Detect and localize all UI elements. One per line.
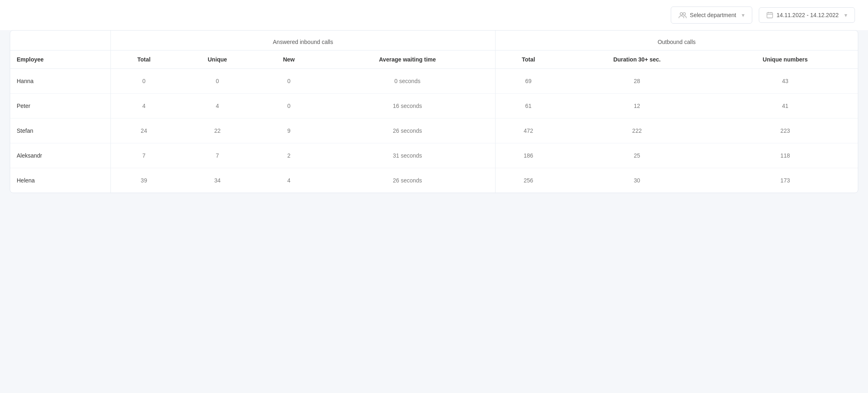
cell-new: 0 — [258, 94, 320, 119]
cell-unique-numbers: 41 — [713, 94, 858, 119]
svg-rect-2 — [767, 13, 773, 18]
svg-point-0 — [680, 13, 683, 15]
top-bar: Select department ▾ 14.11.2022 - 14.12.2… — [0, 0, 868, 30]
group-header-inbound: Answered inbound calls — [111, 31, 495, 50]
cell-total-in: 24 — [111, 119, 177, 143]
svg-point-1 — [683, 13, 685, 15]
table-row: Helena3934426 seconds25630173 — [10, 168, 858, 193]
date-range-label: 14.11.2022 - 14.12.2022 — [776, 12, 839, 18]
cell-duration: 28 — [562, 69, 713, 94]
department-chevron: ▾ — [742, 12, 745, 18]
cell-total-in: 7 — [111, 143, 177, 168]
employee-stats-table: Answered inbound calls Outbound calls Em… — [10, 31, 858, 193]
department-filter[interactable]: Select department ▾ — [671, 7, 753, 24]
cell-unique: 34 — [177, 168, 258, 193]
table-row: Aleksandr77231 seconds18625118 — [10, 143, 858, 168]
col-total-in: Total — [111, 50, 177, 69]
cell-duration: 30 — [562, 168, 713, 193]
cell-avg-wait: 26 seconds — [320, 168, 495, 193]
table-row: Peter44016 seconds611241 — [10, 94, 858, 119]
cell-employee: Peter — [10, 94, 111, 119]
cell-unique-numbers: 173 — [713, 168, 858, 193]
cell-employee: Helena — [10, 168, 111, 193]
cell-total-in: 0 — [111, 69, 177, 94]
cell-avg-wait: 16 seconds — [320, 94, 495, 119]
cell-unique-numbers: 43 — [713, 69, 858, 94]
col-duration: Duration 30+ sec. — [562, 50, 713, 69]
calendar-icon — [767, 12, 773, 18]
table-row: Stefan2422926 seconds472222223 — [10, 119, 858, 143]
cell-avg-wait: 0 seconds — [320, 69, 495, 94]
cell-total-out: 69 — [495, 69, 561, 94]
cell-new: 4 — [258, 168, 320, 193]
cell-total-in: 39 — [111, 168, 177, 193]
cell-avg-wait: 31 seconds — [320, 143, 495, 168]
department-icon — [679, 11, 687, 19]
cell-unique: 22 — [177, 119, 258, 143]
cell-new: 0 — [258, 69, 320, 94]
date-range-chevron: ▾ — [844, 12, 847, 18]
cell-total-out: 256 — [495, 168, 561, 193]
cell-unique: 0 — [177, 69, 258, 94]
table-row: Hanna0000 seconds692843 — [10, 69, 858, 94]
cell-new: 2 — [258, 143, 320, 168]
cell-total-out: 61 — [495, 94, 561, 119]
cell-unique-numbers: 223 — [713, 119, 858, 143]
date-range-filter[interactable]: 14.11.2022 - 14.12.2022 ▾ — [759, 7, 855, 23]
cell-unique: 4 — [177, 94, 258, 119]
group-header-outbound: Outbound calls — [495, 31, 858, 50]
cell-employee: Aleksandr — [10, 143, 111, 168]
col-new: New — [258, 50, 320, 69]
col-avg-wait: Average waiting time — [320, 50, 495, 69]
cell-total-out: 186 — [495, 143, 561, 168]
department-label: Select department — [690, 12, 736, 18]
col-total-out: Total — [495, 50, 561, 69]
group-header-employee — [10, 31, 111, 50]
cell-employee: Stefan — [10, 119, 111, 143]
cell-avg-wait: 26 seconds — [320, 119, 495, 143]
cell-employee: Hanna — [10, 69, 111, 94]
cell-duration: 25 — [562, 143, 713, 168]
cell-total-in: 4 — [111, 94, 177, 119]
cell-unique-numbers: 118 — [713, 143, 858, 168]
data-table-wrapper: Answered inbound calls Outbound calls Em… — [10, 30, 858, 193]
cell-total-out: 472 — [495, 119, 561, 143]
main-content: Answered inbound calls Outbound calls Em… — [0, 30, 868, 203]
col-unique: Unique — [177, 50, 258, 69]
col-unique-numbers: Unique numbers — [713, 50, 858, 69]
cell-new: 9 — [258, 119, 320, 143]
cell-duration: 222 — [562, 119, 713, 143]
cell-unique: 7 — [177, 143, 258, 168]
cell-duration: 12 — [562, 94, 713, 119]
col-employee: Employee — [10, 50, 111, 69]
